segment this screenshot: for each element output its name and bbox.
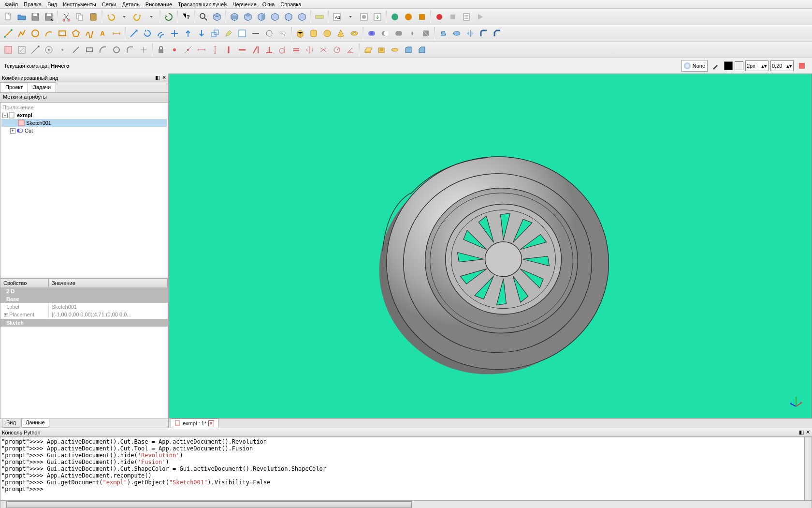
menu-part[interactable]: Деталь [119, 0, 142, 8]
constraint-equal-button[interactable] [290, 44, 303, 56]
tab-tasks[interactable]: Задачи [28, 82, 56, 92]
drawing-insert-button[interactable] [358, 11, 370, 23]
macro-list-button[interactable] [460, 11, 473, 23]
raytrace-export-button[interactable] [416, 11, 428, 23]
draft-drawing-button[interactable] [236, 27, 248, 40]
draft-offset-button[interactable] [155, 27, 167, 40]
raytrace-insert-button[interactable] [402, 11, 415, 23]
style-none-button[interactable]: None [682, 60, 708, 72]
part-boolean-button[interactable] [365, 27, 378, 40]
constraint-symmetric-button[interactable] [304, 44, 316, 56]
console-scrollbar-v[interactable] [804, 437, 812, 500]
macro-play-button[interactable] [474, 11, 486, 23]
draft-downgrade-button[interactable] [195, 27, 208, 40]
part-fuse-button[interactable] [392, 27, 405, 40]
3d-viewport[interactable] [169, 74, 812, 418]
draft-tool-1[interactable] [249, 27, 262, 40]
drawing-export-button[interactable] [371, 11, 384, 23]
view-front-button[interactable] [228, 11, 241, 23]
sketch-fillet-button[interactable] [124, 44, 136, 56]
draft-scale-button[interactable] [209, 27, 221, 40]
part-common-button[interactable] [406, 27, 419, 40]
menu-windows[interactable]: Окна [260, 0, 278, 8]
undo-menu-button[interactable] [118, 11, 130, 23]
macro-record-button[interactable] [433, 11, 446, 23]
constraint-horizontal-button[interactable] [236, 44, 248, 56]
line-width-input[interactable]: 2px▴▾ [745, 60, 768, 71]
panel-close-icon[interactable]: ✕ [162, 75, 166, 81]
apply-style-button[interactable] [796, 60, 808, 72]
draft-trimex-button[interactable] [168, 27, 181, 40]
part-cone-button[interactable] [334, 27, 347, 40]
draft-wire-button[interactable] [15, 27, 28, 40]
sketch-edit-button[interactable] [15, 44, 28, 56]
view-rear-button[interactable] [269, 11, 281, 23]
draft-move-button[interactable] [128, 27, 140, 40]
prop-row-placement[interactable]: ⊞ Placement[(-1,00 0,00 0,00);4,71;(0,00… [0, 311, 168, 319]
copy-button[interactable] [73, 11, 86, 23]
refresh-button[interactable] [162, 11, 175, 23]
part-fillet-button[interactable] [478, 27, 490, 40]
draft-circle-button[interactable] [29, 27, 42, 40]
part-sphere-button[interactable] [321, 27, 334, 40]
view-iso-button[interactable] [211, 11, 223, 23]
constraint-parallel-button[interactable] [249, 44, 262, 56]
partdesign-fillet-button[interactable] [402, 44, 415, 56]
constraint-tangent-button[interactable] [276, 44, 289, 56]
tree-item-sketch[interactable]: Sketch001 [1, 119, 167, 127]
panel-close-icon[interactable]: ✕ [806, 429, 810, 435]
menu-mesh[interactable]: Сетки [99, 0, 119, 8]
draft-tool-3[interactable] [276, 27, 289, 40]
paste-button[interactable] [87, 11, 100, 23]
measure-button[interactable] [313, 11, 326, 23]
tab-view[interactable]: Вид [2, 419, 20, 428]
view-top-button[interactable] [242, 11, 254, 23]
view-bottom-button[interactable] [282, 11, 295, 23]
panel-undock-icon[interactable]: ◧ [155, 75, 160, 81]
draft-rect-button[interactable] [56, 27, 69, 40]
menu-edit[interactable]: Правка [21, 0, 44, 8]
draft-tool-2[interactable] [263, 27, 276, 40]
sketch-line-button[interactable] [70, 44, 82, 56]
tree-item-cut[interactable]: +Cut [1, 127, 167, 134]
menu-help[interactable]: Справка [277, 0, 304, 8]
prop-row-label[interactable]: LabelSketch001 [0, 303, 168, 311]
whats-this-button[interactable]: ? [180, 11, 192, 23]
constraint-coincident-button[interactable] [168, 44, 181, 56]
sketch-arc-button[interactable] [97, 44, 109, 56]
macro-stop-button[interactable] [447, 11, 459, 23]
cut-button[interactable] [60, 11, 72, 23]
sketch-point-button[interactable] [56, 44, 69, 56]
draft-polygon-button[interactable] [70, 27, 82, 40]
python-console[interactable]: "prompt">>>> App.activeDocument().Cut.Ba… [0, 437, 812, 501]
tab-data[interactable]: Данные [21, 419, 49, 428]
part-section-button[interactable] [420, 27, 432, 40]
draft-text-button[interactable]: A [97, 27, 109, 40]
menu-draft[interactable]: Рисование [143, 0, 175, 8]
face-color-swatch[interactable] [735, 61, 743, 70]
close-tab-icon[interactable]: ✕ [208, 420, 214, 426]
draft-rotate-button[interactable] [141, 27, 154, 40]
part-revolve-button[interactable] [450, 27, 463, 40]
constraint-disty-button[interactable] [209, 44, 221, 56]
constraint-radius-button[interactable] [331, 44, 343, 56]
sketch-trim-button[interactable] [137, 44, 150, 56]
console-scrollbar-h[interactable] [0, 501, 812, 508]
partdesign-revolution-button[interactable] [389, 44, 401, 56]
save-as-button[interactable] [43, 11, 55, 23]
menu-raytrace[interactable]: Трасировщик лучей [175, 0, 230, 8]
sketch-new-button[interactable] [2, 44, 14, 56]
menu-file[interactable]: Файл [2, 0, 21, 8]
line-color-swatch[interactable] [724, 61, 733, 70]
tree-toggle-icon[interactable]: + [10, 128, 15, 134]
new-file-button[interactable] [2, 11, 14, 23]
sketch-leave-button[interactable] [29, 44, 42, 56]
sketch-view-button[interactable] [43, 44, 55, 56]
partdesign-pocket-button[interactable] [375, 44, 388, 56]
save-button[interactable] [29, 11, 42, 23]
redo-menu-button[interactable] [145, 11, 158, 23]
partdesign-chamfer-button[interactable] [416, 44, 428, 56]
part-extrude-button[interactable] [437, 27, 450, 40]
part-mirror-button[interactable] [464, 27, 477, 40]
draft-dimension-button[interactable] [110, 27, 123, 40]
